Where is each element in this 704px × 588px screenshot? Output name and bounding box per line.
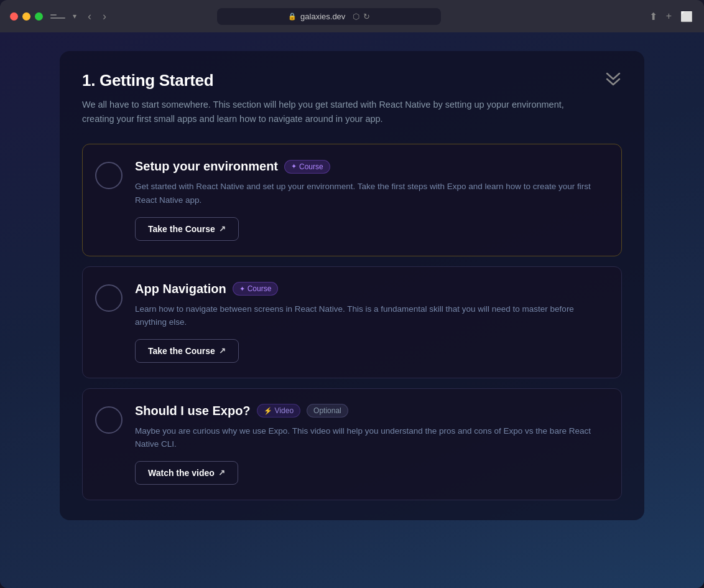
watch-video-button[interactable]: Watch the video ↗ bbox=[135, 461, 238, 485]
badge-label: Course bbox=[299, 162, 323, 171]
badge-label: Video bbox=[275, 406, 294, 415]
cast-icon: ⬡ bbox=[353, 12, 359, 21]
take-course-button[interactable]: Take the Course ↗ bbox=[135, 339, 239, 363]
course-item-header: Should I use Expo? ⚡ Video Optional bbox=[135, 404, 606, 418]
course-item-body: App Navigation ✦ Course Learn how to nav… bbox=[135, 282, 606, 363]
course-badge: ✦ Course bbox=[284, 160, 330, 174]
course-item-header: Setup your environment ✦ Course bbox=[135, 159, 606, 174]
take-course-button[interactable]: Take the Course ↗ bbox=[135, 217, 239, 241]
tabs-button[interactable]: ⬜ bbox=[679, 9, 694, 24]
course-item: Should I use Expo? ⚡ Video Optional Mayb… bbox=[82, 388, 622, 500]
course-item-title: Should I use Expo? bbox=[135, 404, 251, 418]
address-bar-icons: ⬡ ↻ bbox=[353, 12, 370, 21]
lock-icon: 🔒 bbox=[288, 12, 297, 21]
badge-icon: ✦ bbox=[239, 285, 245, 293]
browser-window: ▾ ‹ › 🔒 galaxies.dev ⬡ ↻ ⬆ + ⬜ 1. Gettin… bbox=[0, 0, 704, 588]
course-item-body: Setup your environment ✦ Course Get star… bbox=[135, 159, 606, 240]
section-header: 1. Getting Started bbox=[82, 71, 622, 90]
button-label: Watch the video bbox=[148, 468, 215, 478]
external-link-icon: ↗ bbox=[219, 224, 226, 233]
button-label: Take the Course bbox=[148, 224, 215, 234]
course-item-title: App Navigation bbox=[135, 282, 226, 296]
course-item-description: Get started with React Native and set up… bbox=[135, 180, 606, 207]
course-item-description: Learn how to navigate between screens in… bbox=[135, 302, 606, 329]
completion-circle bbox=[95, 162, 123, 189]
optional-badge: Optional bbox=[307, 404, 348, 418]
course-item-body: Should I use Expo? ⚡ Video Optional Mayb… bbox=[135, 404, 606, 485]
forward-button[interactable]: › bbox=[99, 9, 110, 23]
optional-label: Optional bbox=[313, 406, 341, 415]
nav-buttons: ‹ › bbox=[84, 9, 110, 23]
refresh-icon[interactable]: ↻ bbox=[363, 12, 370, 21]
traffic-light-green[interactable] bbox=[35, 12, 43, 21]
external-link-icon: ↗ bbox=[219, 346, 226, 355]
section-title: 1. Getting Started bbox=[82, 71, 213, 90]
button-label: Take the Course bbox=[148, 346, 215, 356]
completion-circle bbox=[95, 406, 123, 434]
address-bar[interactable]: 🔒 galaxies.dev ⬡ ↻ bbox=[217, 8, 441, 25]
url-text: galaxies.dev bbox=[300, 12, 345, 21]
browser-actions: ⬆ + ⬜ bbox=[648, 9, 694, 24]
course-item-title: Setup your environment bbox=[135, 159, 278, 174]
new-tab-button[interactable]: + bbox=[665, 9, 673, 23]
video-badge: ⚡ Video bbox=[257, 404, 300, 418]
page-content: 1. Getting Started We all have to start … bbox=[0, 32, 704, 588]
traffic-light-red[interactable] bbox=[10, 12, 18, 21]
course-item: App Navigation ✦ Course Learn how to nav… bbox=[82, 266, 622, 378]
sidebar-toggle-icon[interactable] bbox=[50, 11, 65, 22]
browser-chrome: ▾ ‹ › 🔒 galaxies.dev ⬡ ↻ ⬆ + ⬜ bbox=[0, 0, 704, 32]
section-description: We all have to start somewhere. This sec… bbox=[82, 98, 592, 126]
chevron-double-down-icon bbox=[604, 72, 622, 86]
section-container: 1. Getting Started We all have to start … bbox=[60, 51, 644, 520]
badge-icon: ✦ bbox=[291, 162, 297, 170]
course-item: Setup your environment ✦ Course Get star… bbox=[82, 144, 622, 256]
course-item-description: Maybe you are curious why we use Expo. T… bbox=[135, 424, 606, 451]
lightning-icon: ⚡ bbox=[264, 407, 272, 415]
completion-circle bbox=[95, 284, 123, 312]
traffic-lights bbox=[10, 12, 43, 21]
badge-label: Course bbox=[248, 284, 272, 293]
share-button[interactable]: ⬆ bbox=[648, 9, 659, 24]
traffic-light-yellow[interactable] bbox=[22, 12, 30, 21]
collapse-button[interactable] bbox=[604, 72, 622, 88]
course-badge: ✦ Course bbox=[233, 282, 279, 296]
external-link-icon: ↗ bbox=[218, 468, 225, 477]
course-item-header: App Navigation ✦ Course bbox=[135, 282, 606, 296]
back-button[interactable]: ‹ bbox=[84, 9, 95, 23]
chevron-down-icon: ▾ bbox=[73, 12, 76, 21]
